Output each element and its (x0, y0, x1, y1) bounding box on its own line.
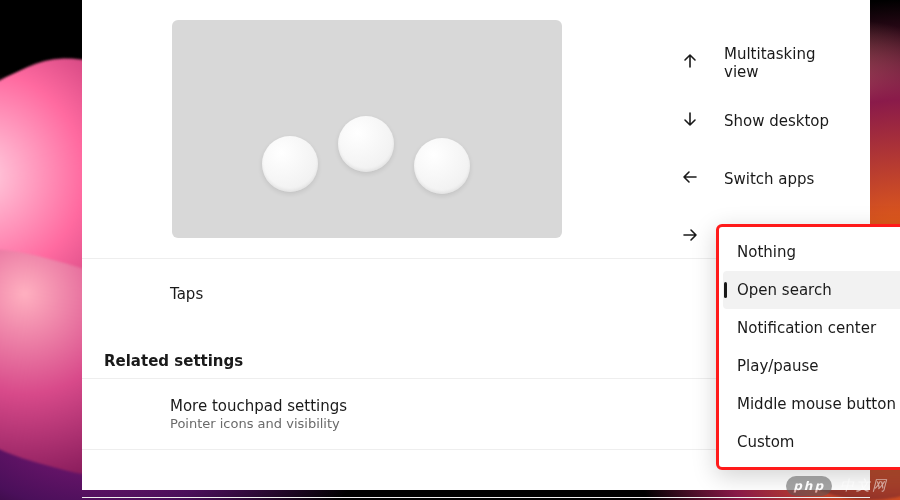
gesture-label: Switch apps (724, 170, 814, 188)
watermark-text: 中文网 (840, 477, 888, 495)
arrow-up-icon (682, 53, 698, 73)
dropdown-option-notification-center[interactable]: Notification center (723, 309, 900, 347)
dropdown-option-middle-mouse[interactable]: Middle mouse button (723, 385, 900, 423)
finger-indicator (262, 136, 318, 192)
settings-row[interactable] (82, 468, 870, 498)
dropdown-option-open-search[interactable]: Open search (723, 271, 900, 309)
settings-content: Multitasking view Show desktop Switch ap… (82, 0, 870, 490)
gesture-preview (172, 20, 562, 238)
gesture-swipe-left-row[interactable]: Switch apps (682, 150, 850, 208)
gesture-label: Show desktop (724, 112, 829, 130)
gesture-swipe-up-row[interactable]: Multitasking view (682, 34, 850, 92)
taps-label: Taps (170, 285, 203, 303)
finger-indicator (414, 138, 470, 194)
watermark-badge: php (786, 476, 832, 496)
dropdown-option-play-pause[interactable]: Play/pause (723, 347, 900, 385)
dropdown-option-custom[interactable]: Custom (723, 423, 900, 461)
related-settings-heading: Related settings (104, 352, 243, 370)
dropdown-option-nothing[interactable]: Nothing (723, 233, 900, 271)
arrow-right-icon (682, 227, 698, 247)
arrow-left-icon (682, 169, 698, 189)
arrow-down-icon (682, 111, 698, 131)
touchpad-settings-panel: Multitasking view Show desktop Switch ap… (82, 0, 870, 490)
watermark: php 中文网 (786, 476, 888, 496)
gesture-swipe-down-row[interactable]: Show desktop (682, 92, 850, 150)
tap-action-dropdown[interactable]: Nothing Open search Notification center … (716, 224, 900, 470)
finger-indicator (338, 116, 394, 172)
gesture-label: Multitasking view (724, 45, 850, 81)
settings-window: Multitasking view Show desktop Switch ap… (82, 0, 870, 490)
